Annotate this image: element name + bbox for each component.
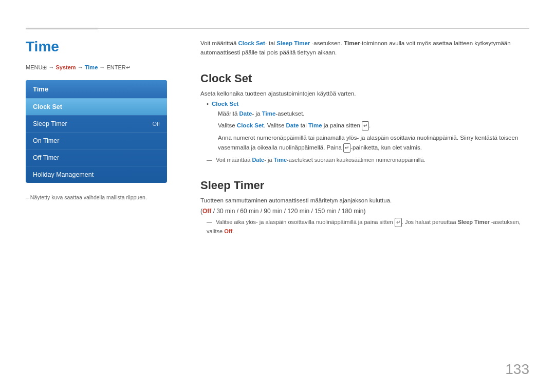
system-label: System <box>56 64 76 70</box>
arrow2: → <box>78 64 85 70</box>
sleep-timer-options: (Off / 30 min / 60 min / 90 min / 120 mi… <box>200 208 529 215</box>
page-number: 133 <box>505 361 529 378</box>
clock-set-sub3: Anna numerot numeronäppäimillä tai paina… <box>218 133 529 152</box>
menu-box: Time Clock Set Sleep Timer Off On Timer … <box>26 80 167 183</box>
sleep-timer-section: Sleep Timer Tuotteen sammuttaminen autom… <box>200 179 529 236</box>
menu-item-holiday-management[interactable]: Holiday Management <box>26 166 167 183</box>
menu-item-clock-set[interactable]: Clock Set <box>26 98 167 115</box>
clock-set-note: Voit määrittää Date- ja Time-asetukset s… <box>200 156 529 165</box>
sleep-timer-desc: Tuotteen sammuttaminen automaattisesti m… <box>200 197 529 203</box>
menu-path: MENU⊞ → System → Time → ENTER↵ <box>26 64 180 71</box>
arrow3: → <box>99 64 106 70</box>
intro-text: Voit määrittää Clock Set- tai Sleep Time… <box>200 39 529 58</box>
menu-label: MENU <box>26 64 42 70</box>
time-label: Time <box>85 64 98 70</box>
enter-label: ENTER <box>106 64 125 70</box>
menu-item-sleep-timer[interactable]: Sleep Timer Off <box>26 115 167 132</box>
menu-header: Time <box>26 80 167 98</box>
clock-set-title: Clock Set <box>200 72 529 85</box>
clock-set-bullets: Clock Set Määritä Date- ja Time-asetukse… <box>207 101 529 153</box>
clock-set-sub1: Määritä Date- ja Time-asetukset. <box>218 109 529 118</box>
clock-set-section: Clock Set Aseta kellonaika tuotteen ajas… <box>200 72 529 164</box>
menu-item-on-timer[interactable]: On Timer <box>26 132 167 149</box>
sleep-timer-title: Sleep Timer <box>200 179 529 192</box>
menu-item-off-timer[interactable]: Off Timer <box>26 149 167 166</box>
right-column: Voit määrittää Clock Set- tai Sleep Time… <box>200 39 529 238</box>
page-title: Time <box>26 39 180 55</box>
clock-set-desc: Aseta kellonaika tuotteen ajastustoimint… <box>200 90 529 97</box>
clock-set-bullet: Clock Set <box>207 101 529 107</box>
footnote: – Näytetty kuva saattaa vaihdella mallis… <box>26 194 180 200</box>
sleep-timer-note: Valitse aika ylös- ja alaspäin osoittavi… <box>200 218 529 236</box>
clock-set-sub2: Valitse Clock Set. Valitse Date tai Time… <box>218 121 529 130</box>
arrow1: → <box>48 64 55 70</box>
